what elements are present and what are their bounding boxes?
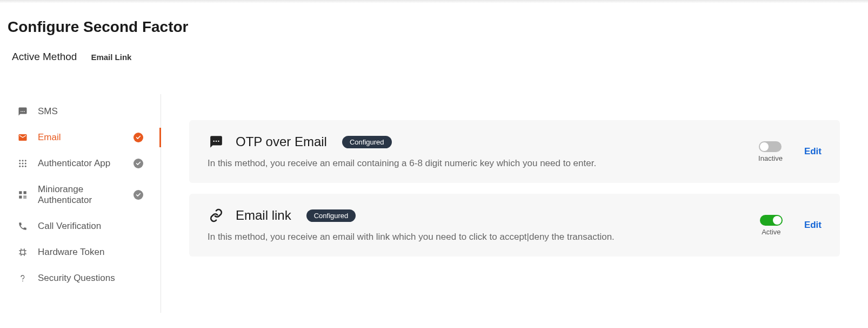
qr-icon	[17, 189, 28, 200]
status-toggle[interactable]	[759, 141, 782, 152]
link-icon	[208, 208, 225, 223]
sidebar-item-label: Email	[38, 132, 124, 143]
svg-rect-13	[25, 198, 26, 199]
toggle-label: Inactive	[758, 154, 783, 162]
method-description: In this method, you receive an email wit…	[208, 232, 744, 242]
active-method-label: Active Method	[12, 51, 77, 63]
toggle-knob	[760, 142, 769, 151]
svg-point-2	[25, 160, 26, 161]
svg-point-5	[25, 163, 26, 165]
sidebar-item-label: Hardware Token	[38, 247, 151, 258]
phone-icon	[17, 221, 28, 232]
sidebar-item-sms[interactable]: SMS	[0, 99, 161, 124]
chat-icon	[208, 134, 225, 149]
sidebar-item-label: SMS	[38, 106, 151, 117]
method-title-row: Email linkConfigured	[208, 208, 744, 223]
sidebar-item-label: Call Verification	[38, 221, 151, 232]
sidebar-item-label: Miniorange Authenticator	[38, 184, 124, 206]
question-icon	[17, 273, 28, 284]
svg-rect-12	[24, 196, 25, 197]
active-method-value: Email Link	[91, 53, 131, 62]
check-icon	[133, 190, 143, 200]
svg-rect-10	[24, 191, 26, 194]
svg-point-8	[25, 166, 26, 167]
sms-icon	[17, 106, 28, 117]
svg-rect-11	[19, 196, 22, 199]
toggle-label: Active	[762, 228, 780, 236]
check-icon	[133, 133, 143, 142]
method-title: Email link	[236, 208, 291, 223]
svg-rect-15	[25, 196, 26, 197]
check-icon	[133, 159, 143, 168]
svg-rect-14	[24, 198, 25, 199]
configured-badge: Configured	[306, 209, 356, 222]
svg-rect-16	[21, 250, 25, 254]
toggle-knob	[773, 216, 782, 225]
content: OTP over EmailConfiguredIn this method, …	[161, 94, 868, 313]
sidebar-item-hardware-token[interactable]: Hardware Token	[0, 239, 161, 265]
method-main: OTP over EmailConfiguredIn this method, …	[208, 134, 742, 169]
svg-point-7	[22, 166, 24, 167]
configured-badge: Configured	[342, 136, 392, 148]
email-icon	[17, 132, 28, 143]
svg-rect-9	[19, 191, 22, 194]
svg-point-6	[19, 166, 21, 167]
toggle-block: Active	[760, 215, 783, 236]
svg-point-1	[22, 160, 24, 161]
active-method-row: Active Method Email Link	[8, 51, 860, 63]
method-title: OTP over Email	[236, 134, 327, 149]
sidebar-item-label: Security Questions	[38, 273, 151, 284]
method-main: Email linkConfiguredIn this method, you …	[208, 208, 744, 242]
edit-button[interactable]: Edit	[804, 220, 822, 231]
sidebar-item-call-verification[interactable]: Call Verification	[0, 213, 161, 239]
method-description: In this method, you receive an email con…	[208, 158, 742, 169]
svg-point-4	[22, 163, 24, 165]
svg-point-3	[19, 163, 21, 165]
sidebar-item-security-questions[interactable]: Security Questions	[0, 265, 161, 291]
sidebar: SMSEmailAuthenticator AppMiniorange Auth…	[0, 94, 161, 313]
toggle-block: Inactive	[758, 141, 783, 162]
sidebar-item-email[interactable]: Email	[0, 124, 161, 150]
sidebar-item-label: Authenticator App	[38, 158, 124, 169]
status-toggle[interactable]	[760, 215, 783, 226]
sidebar-item-miniorange-authenticator[interactable]: Miniorange Authenticator	[0, 176, 161, 213]
grid-icon	[17, 158, 28, 169]
method-card-email-link: Email linkConfiguredIn this method, you …	[189, 194, 840, 257]
page-title: Configure Second Factor	[8, 18, 860, 36]
edit-button[interactable]: Edit	[804, 146, 822, 157]
method-card-otp-over-email: OTP over EmailConfiguredIn this method, …	[189, 120, 840, 183]
svg-point-0	[19, 160, 21, 161]
token-icon	[17, 247, 28, 258]
header: Configure Second Factor Active Method Em…	[0, 3, 868, 68]
method-title-row: OTP over EmailConfigured	[208, 134, 742, 149]
sidebar-item-authenticator-app[interactable]: Authenticator App	[0, 150, 161, 176]
